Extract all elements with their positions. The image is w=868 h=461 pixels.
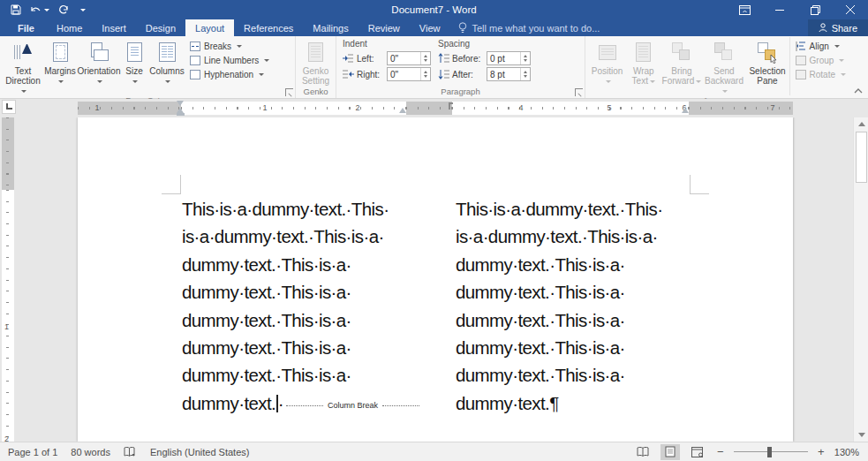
text-column-2[interactable]: This·is·a·dummy·text.·This· is·a·dummy·t… — [456, 195, 662, 417]
collapse-ribbon-icon[interactable] — [854, 87, 863, 94]
selection-pane-button[interactable]: Selection Pane — [746, 37, 789, 95]
text-line[interactable]: dummy·text.·This·is·a· — [182, 334, 419, 361]
word-count[interactable]: 80 words — [71, 447, 110, 457]
paragraph-dialog-launcher[interactable] — [575, 88, 583, 96]
tab-insert[interactable]: Insert — [92, 19, 136, 36]
group-button[interactable]: Group — [796, 54, 846, 67]
zoom-out-button[interactable]: − — [715, 445, 726, 458]
column-break-marker: Column Break — [286, 401, 419, 410]
undo-dropdown-icon[interactable] — [44, 9, 49, 11]
size-button[interactable]: Size — [121, 37, 147, 95]
position-button[interactable]: Position — [588, 37, 626, 95]
redo-button[interactable] — [58, 3, 69, 17]
page-indicator[interactable]: Page 1 of 1 — [8, 447, 57, 457]
first-line-indent-marker[interactable] — [177, 101, 184, 106]
text-boundary-corner-left — [162, 175, 181, 194]
text-direction-button[interactable]: Text Direction — [3, 37, 43, 95]
margins-button[interactable]: Margins — [43, 37, 77, 95]
indent-left-spinner[interactable] — [420, 52, 430, 64]
wrap-text-button[interactable]: Wrap Text — [626, 37, 660, 95]
size-icon — [127, 40, 142, 64]
close-button[interactable] — [833, 0, 868, 19]
tab-home[interactable]: Home — [47, 19, 92, 36]
indent-right-spinner[interactable] — [420, 68, 430, 80]
column-boundary-marker[interactable] — [449, 102, 453, 110]
tab-view[interactable]: View — [410, 19, 450, 36]
text-column-1[interactable]: This·is·a·dummy·text.·This· is·a·dummy·t… — [182, 195, 419, 417]
minimize-button[interactable] — [762, 0, 797, 19]
text-line-last[interactable]: dummy·text.·Column Break — [182, 389, 419, 417]
ribbon-display-options-button[interactable] — [727, 0, 762, 19]
tab-references[interactable]: References — [234, 19, 303, 36]
tab-review[interactable]: Review — [359, 19, 410, 36]
zoom-slider[interactable] — [734, 446, 808, 458]
line-numbers-button[interactable]: Line Numbers — [190, 54, 269, 67]
spacing-before-icon — [438, 53, 449, 64]
text-line[interactable]: dummy·text.·This·is·a· — [456, 306, 662, 334]
genko-setting-button[interactable]: Genko Setting — [298, 37, 333, 87]
zoom-level[interactable]: 130% — [834, 447, 859, 457]
right-indent-marker-col2[interactable] — [682, 108, 689, 113]
text-line[interactable]: dummy·text.·This·is·a· — [182, 361, 419, 389]
spacing-before-spinner[interactable] — [520, 52, 530, 64]
text-line[interactable]: dummy·text.·This·is·a· — [182, 251, 419, 278]
web-layout-button[interactable] — [688, 444, 707, 460]
rotate-button[interactable]: Rotate — [796, 68, 846, 81]
ruler-column2: 4 5 6 — [452, 102, 689, 115]
scroll-up-button[interactable] — [854, 117, 868, 131]
proofing-icon[interactable] — [124, 447, 137, 457]
text-line[interactable]: dummy·text.·This·is·a· — [182, 278, 419, 306]
tab-layout[interactable]: Layout — [185, 19, 234, 36]
left-indent-marker[interactable] — [177, 113, 185, 116]
page-setup-small-buttons: Breaks Line Numbers Hyphenation — [186, 37, 271, 95]
text-line[interactable]: dummy·text.·This·is·a· — [456, 361, 662, 389]
spacing-after-input[interactable]: 8 pt — [487, 67, 531, 81]
bring-forward-icon — [672, 40, 691, 64]
page-setup-dialog-launcher[interactable] — [285, 88, 293, 96]
document-page[interactable]: This·is·a·dummy·text.·This· is·a·dummy·t… — [78, 117, 793, 442]
tell-me-box[interactable]: Tell me what you want to do... — [449, 19, 608, 36]
scrollbar-thumb[interactable] — [856, 132, 867, 183]
vertical-ruler[interactable]: 1 2 — [2, 117, 14, 442]
send-backward-button[interactable]: Send Backward — [702, 37, 745, 95]
tab-design[interactable]: Design — [136, 19, 185, 36]
text-line[interactable]: is·a·dummy·text.·This·is·a· — [456, 223, 662, 250]
paragraph-mark: ¶ — [549, 393, 558, 413]
restore-button[interactable] — [797, 0, 833, 19]
column-break-label: Column Break — [323, 401, 382, 410]
spacing-after-spinner[interactable] — [520, 68, 530, 80]
customize-qat-button[interactable] — [78, 3, 86, 17]
tab-file[interactable]: File — [5, 19, 47, 36]
text-line[interactable]: dummy·text.·This·is·a· — [456, 278, 662, 306]
text-line[interactable]: dummy·text.·This·is·a· — [182, 306, 419, 334]
hyphenation-button[interactable]: Hyphenation — [190, 68, 269, 81]
tab-stop-selector[interactable] — [2, 100, 16, 114]
bring-forward-button[interactable]: Bring Forward — [660, 37, 702, 95]
scroll-down-button[interactable] — [854, 428, 868, 442]
orientation-button[interactable]: Orientation — [77, 37, 121, 95]
indent-right-input[interactable]: 0" — [387, 67, 431, 81]
text-line[interactable]: This·is·a·dummy·text.·This· — [182, 195, 419, 223]
language-indicator[interactable]: English (United States) — [150, 447, 250, 457]
text-line[interactable]: is·a·dummy·text.·This·is·a· — [182, 223, 419, 250]
text-line-last[interactable]: dummy·text.¶ — [456, 389, 662, 417]
zoom-in-button[interactable]: + — [816, 445, 826, 458]
spacing-before-input[interactable]: 0 pt — [487, 51, 531, 65]
text-line[interactable]: dummy·text.·This·is·a· — [456, 334, 662, 361]
save-icon[interactable] — [11, 3, 21, 17]
columns-button[interactable]: Columns — [147, 37, 186, 95]
indent-left-input[interactable]: 0" — [387, 51, 431, 65]
right-indent-marker-col1[interactable] — [399, 108, 406, 113]
share-button[interactable]: Share — [808, 19, 868, 36]
text-line[interactable]: This·is·a·dummy·text.·This· — [456, 195, 662, 223]
align-button[interactable]: Align — [796, 40, 846, 53]
text-line[interactable]: dummy·text.·This·is·a· — [456, 251, 662, 278]
read-mode-button[interactable] — [633, 444, 653, 460]
zoom-slider-handle[interactable] — [767, 447, 772, 457]
tab-mailings[interactable]: Mailings — [303, 19, 358, 36]
undo-button[interactable] — [30, 3, 49, 17]
vertical-scrollbar[interactable] — [853, 117, 868, 442]
print-layout-button[interactable] — [660, 444, 680, 460]
breaks-button[interactable]: Breaks — [190, 40, 269, 53]
horizontal-ruler[interactable]: 1 1 2 4 5 6 7 — [78, 102, 793, 115]
